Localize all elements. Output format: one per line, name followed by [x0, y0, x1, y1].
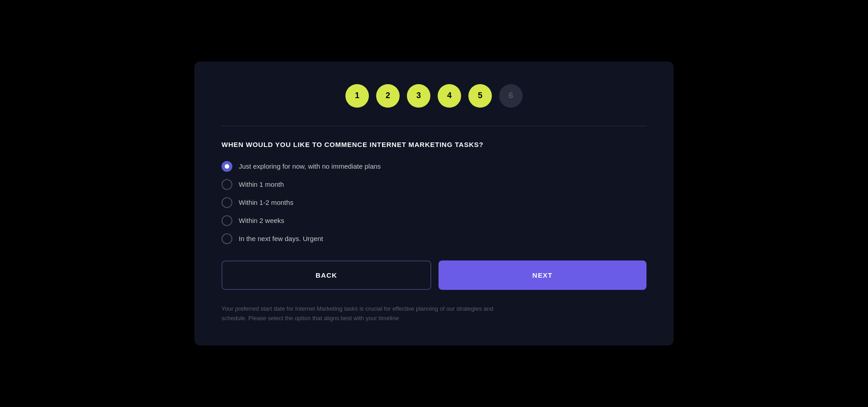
options-list: Just exploring for now, with no immediat… [222, 161, 646, 244]
radio-2[interactable] [222, 179, 232, 190]
option-label-4: Within 2 weeks [239, 217, 284, 224]
step-2[interactable]: 2 [376, 84, 400, 108]
radio-3[interactable] [222, 197, 232, 208]
radio-5[interactable] [222, 233, 232, 244]
step-1[interactable]: 1 [345, 84, 369, 108]
option-label-5: In the next few days. Urgent [239, 235, 323, 242]
step-indicators: 1 2 3 4 5 6 [222, 84, 646, 108]
option-row-5[interactable]: In the next few days. Urgent [222, 233, 646, 244]
option-label-1: Just exploring for now, with no immediat… [239, 162, 381, 170]
footer-text: Your preferred start date for Internet M… [222, 304, 511, 323]
action-buttons: BACK NEXT [222, 260, 646, 290]
option-label-2: Within 1 month [239, 180, 284, 188]
option-row-2[interactable]: Within 1 month [222, 179, 646, 190]
option-row-1[interactable]: Just exploring for now, with no immediat… [222, 161, 646, 172]
back-button[interactable]: BACK [222, 260, 431, 290]
step-4[interactable]: 4 [438, 84, 461, 108]
section-divider [222, 126, 646, 126]
radio-4[interactable] [222, 215, 232, 226]
step-3[interactable]: 3 [407, 84, 430, 108]
modal-container: 1 2 3 4 5 6 WHEN WOULD YOU LIKE TO COMME… [194, 62, 674, 346]
step-6[interactable]: 6 [499, 84, 523, 108]
step-5[interactable]: 5 [468, 84, 492, 108]
radio-1[interactable] [222, 161, 232, 172]
question-text: WHEN WOULD YOU LIKE TO COMMENCE INTERNET… [222, 141, 646, 148]
option-row-3[interactable]: Within 1-2 months [222, 197, 646, 208]
option-label-3: Within 1-2 months [239, 199, 293, 206]
next-button[interactable]: NEXT [439, 260, 646, 290]
option-row-4[interactable]: Within 2 weeks [222, 215, 646, 226]
